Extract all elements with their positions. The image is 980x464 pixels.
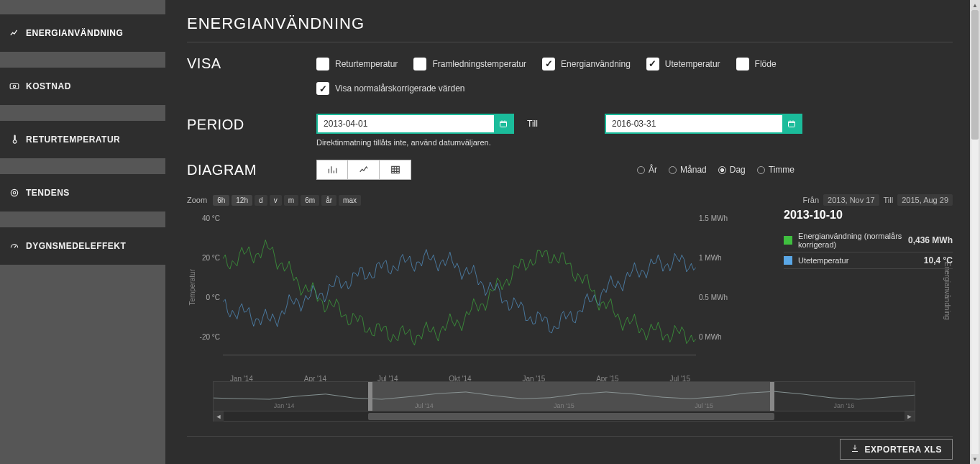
money-icon xyxy=(9,81,20,92)
scroll-thumb[interactable] xyxy=(971,10,979,140)
visa-label: VISA xyxy=(187,55,316,72)
legend-value: 0,436 MWh xyxy=(908,235,953,245)
date-to-input[interactable] xyxy=(606,115,782,132)
visa-options: ReturtemperaturFramledningstemperaturEne… xyxy=(316,58,953,70)
radio-dot xyxy=(669,166,677,174)
download-icon xyxy=(851,444,859,455)
scroll-up[interactable]: ▲ xyxy=(970,0,980,10)
zoom-12h[interactable]: 12h xyxy=(232,195,252,206)
legend-label: Utetemperatur xyxy=(798,256,918,265)
radio-dot xyxy=(718,166,726,174)
radio-månad[interactable]: Månad xyxy=(669,165,707,175)
chart-type-bar[interactable] xyxy=(316,160,348,180)
gauge-icon xyxy=(9,240,20,252)
checkbox-label: Utetemperatur xyxy=(665,59,720,69)
period-row: PERIOD Till xyxy=(187,114,953,147)
range-from-label: Från xyxy=(802,196,819,204)
target-icon xyxy=(9,187,20,199)
checkbox-box xyxy=(542,58,555,70)
legend-date: 2013-10-10 xyxy=(784,209,953,222)
radio-dot xyxy=(637,166,645,174)
sidebar-item-tendens[interactable]: TENDENS xyxy=(0,174,165,211)
sidebar-item-label: TENDENS xyxy=(26,188,70,198)
visa-row: VISA ReturtemperaturFramledningstemperat… xyxy=(187,55,953,72)
checkbox-box xyxy=(646,58,659,70)
date-from-field[interactable] xyxy=(316,114,514,134)
sidebar-item-dygnsmedeleffekt[interactable]: DYGNSMEDELEFFEKT xyxy=(0,227,165,265)
zoom-d[interactable]: d xyxy=(255,195,267,206)
range-till-value[interactable]: 2015, Aug 29 xyxy=(897,194,953,206)
range-till-label: Till xyxy=(884,196,894,204)
zoom-6h[interactable]: 6h xyxy=(213,195,229,206)
nav-selection[interactable] xyxy=(368,382,775,411)
checkbox-framledningstemperatur[interactable]: Framledningstemperatur xyxy=(413,58,526,70)
checkbox-label: Flöde xyxy=(755,59,777,69)
checkbox-normal-corr[interactable]: Visa normalårskorrigerade värden xyxy=(316,82,465,95)
legend-swatch xyxy=(784,256,792,265)
sidebar: ENERGIANVÄNDNINGKOSTNADRETURTEMPERATURTE… xyxy=(0,0,165,464)
zoom-v[interactable]: v xyxy=(270,195,282,206)
radio-label: År xyxy=(649,165,657,175)
y-right-ticks: 1.5 MWh1 MWh0.5 MWh0 MWh xyxy=(696,211,733,355)
chart-plot[interactable] xyxy=(223,211,696,355)
radio-dag[interactable]: Dag xyxy=(718,165,746,175)
zoom-max[interactable]: max xyxy=(339,195,361,206)
radio-label: Timme xyxy=(769,165,794,175)
chart-area[interactable]: 40 °C20 °C0 °C-20 °C 1.5 MWh1 MWh0.5 MWh… xyxy=(187,211,733,355)
sidebar-item-energianvändning[interactable]: ENERGIANVÄNDNING xyxy=(0,14,165,52)
checkbox-energianvändning[interactable]: Energianvändning xyxy=(542,58,631,70)
window-scrollbar[interactable]: ▲ ▼ xyxy=(970,0,980,464)
svg-point-1 xyxy=(13,85,16,88)
scroll-down[interactable]: ▼ xyxy=(970,454,980,464)
sidebar-item-returtemperatur[interactable]: RETURTEMPERATUR xyxy=(0,121,165,158)
calendar-icon[interactable] xyxy=(782,115,801,132)
checkbox-label: Visa normalårskorrigerade värden xyxy=(335,83,465,94)
diagram-row: DIAGRAM ÅrMånadDagTimme xyxy=(187,160,953,180)
radio-timme[interactable]: Timme xyxy=(757,165,794,175)
sidebar-item-label: DYGNSMEDELEFFEKT xyxy=(26,241,126,251)
checkbox-utetemperatur[interactable]: Utetemperatur xyxy=(646,58,720,70)
date-from-input[interactable] xyxy=(318,115,494,132)
legend-swatch xyxy=(784,236,792,245)
nav-scroll-right[interactable]: ► xyxy=(905,411,915,422)
export-xls-button[interactable]: EXPORTERA XLS xyxy=(840,439,953,460)
zoom-år[interactable]: år xyxy=(321,195,336,206)
date-to-field[interactable] xyxy=(605,114,802,134)
chart-type-line[interactable] xyxy=(348,160,380,180)
zoom-6m[interactable]: 6m xyxy=(301,195,319,206)
radio-år[interactable]: År xyxy=(637,165,657,175)
chart-type-table[interactable] xyxy=(380,160,411,180)
divider xyxy=(187,42,953,42)
chart-type-group xyxy=(316,160,411,180)
nav-scroll-thumb[interactable] xyxy=(368,413,775,420)
nav-scrollbar[interactable]: ◄ ► xyxy=(214,411,915,421)
checkbox-returtemperatur[interactable]: Returtemperatur xyxy=(316,58,398,70)
calendar-icon[interactable] xyxy=(494,115,513,132)
zoom-m[interactable]: m xyxy=(284,195,298,206)
sidebar-item-kostnad[interactable]: KOSTNAD xyxy=(0,68,165,105)
checkbox-box xyxy=(736,58,749,70)
chart-line-icon xyxy=(9,27,20,39)
legend-label: Energianvändning (normalårs korrigerad) xyxy=(798,232,902,249)
y-left-ticks: 40 °C20 °C0 °C-20 °C xyxy=(187,211,223,355)
chart-navigator[interactable]: Jan '14Jul '14Jan '15Jul '15Jan '16 ◄ ► xyxy=(213,381,915,422)
thermometer-icon xyxy=(9,134,20,145)
legend-value: 10,4 °C xyxy=(924,255,953,265)
range-from-value[interactable]: 2013, Nov 17 xyxy=(823,194,879,206)
checkbox-flöde[interactable]: Flöde xyxy=(736,58,777,70)
diagram-label: DIAGRAM xyxy=(187,162,316,178)
svg-rect-5 xyxy=(789,122,795,127)
granularity-group: ÅrMånadDagTimme xyxy=(637,165,794,175)
checkbox-box xyxy=(413,58,426,70)
checkbox-label: Framledningstemperatur xyxy=(432,59,526,69)
checkbox-label: Energianvändning xyxy=(561,59,631,69)
svg-rect-6 xyxy=(391,166,399,173)
y-right-axis-label: Energianvändning xyxy=(943,262,951,320)
zoom-label: Zoom xyxy=(187,196,207,204)
legend-row: Energianvändning (normalårs korrigerad)0… xyxy=(784,229,953,253)
page-title: ENERGIANVÄNDNING xyxy=(187,14,953,42)
till-label: Till xyxy=(527,119,592,129)
svg-rect-0 xyxy=(10,84,19,89)
radio-label: Månad xyxy=(680,165,707,175)
nav-scroll-left[interactable]: ◄ xyxy=(214,411,224,422)
